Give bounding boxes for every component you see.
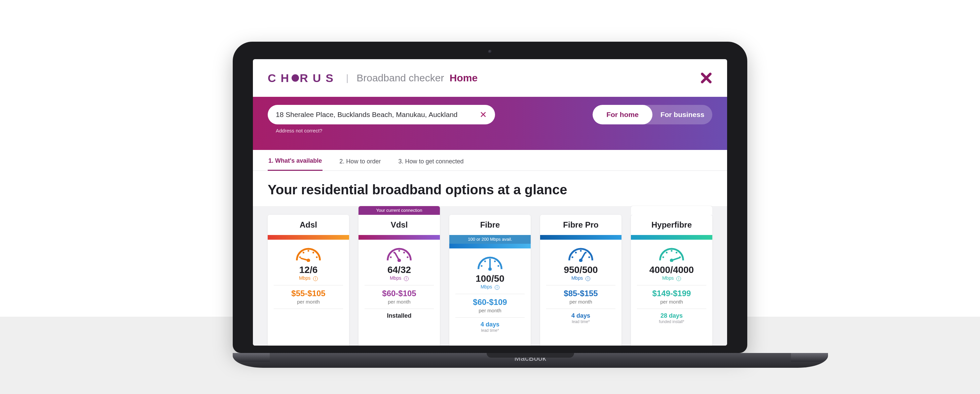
plan-price: $149-$199 bbox=[631, 285, 712, 298]
plan-price: $60-$109 bbox=[449, 294, 531, 307]
plan-card-adsl[interactable]: Adsl 12/6 bbox=[268, 215, 349, 346]
header-subtitle: Broadband checker Home bbox=[356, 72, 477, 84]
gauge-icon bbox=[268, 240, 349, 264]
header-subtitle-bold: Home bbox=[450, 72, 477, 83]
svg-point-11 bbox=[407, 256, 408, 258]
header-divider: | bbox=[346, 73, 348, 83]
plan-price-sub: per month bbox=[449, 307, 531, 317]
app-header: C H R U S | Broadband checker Home bbox=[253, 59, 727, 97]
info-icon[interactable]: i bbox=[676, 276, 681, 281]
plan-price-sub: per month bbox=[631, 298, 712, 308]
plan-speed: 12/6 bbox=[268, 265, 349, 275]
clear-address-icon[interactable]: ✕ bbox=[480, 110, 487, 120]
svg-point-17 bbox=[494, 261, 496, 262]
header-subtitle-plain: Broadband checker bbox=[356, 72, 444, 83]
plan-mbps: Mbps i bbox=[540, 275, 622, 285]
plan-lead-sub: lead time* bbox=[449, 328, 531, 333]
brand-letter: C bbox=[268, 71, 281, 85]
laptop-mockup: C H R U S | Broadband checker Home bbox=[233, 42, 747, 368]
gauge-icon bbox=[540, 240, 622, 264]
address-help-link[interactable]: Address not correct? bbox=[276, 128, 495, 133]
plan-lead: Installed bbox=[358, 309, 440, 319]
plan-lead: 4 days bbox=[449, 318, 531, 328]
brand-logo[interactable]: C H R U S bbox=[268, 71, 338, 85]
accent-bar bbox=[268, 235, 349, 240]
plan-price-sub: per month bbox=[268, 298, 349, 308]
address-input[interactable]: 18 Sheralee Place, Bucklands Beach, Manu… bbox=[268, 105, 495, 124]
svg-point-0 bbox=[299, 256, 301, 258]
brand-letter: R bbox=[300, 71, 313, 85]
plan-price: $60-$105 bbox=[358, 285, 440, 298]
plan-lead: 4 days bbox=[540, 309, 622, 319]
svg-point-20 bbox=[488, 267, 492, 271]
svg-point-29 bbox=[666, 252, 668, 254]
accent-bar bbox=[540, 235, 622, 240]
plan-mbps: Mbps i bbox=[631, 275, 712, 285]
close-icon[interactable] bbox=[700, 72, 712, 84]
plan-price-sub: per month bbox=[358, 298, 440, 308]
info-icon[interactable]: i bbox=[585, 276, 590, 281]
brand-letter: U bbox=[313, 71, 326, 85]
section-headline: Your residential broadband options at a … bbox=[253, 171, 727, 206]
svg-point-15 bbox=[484, 261, 486, 262]
svg-point-21 bbox=[571, 256, 573, 258]
webcam-dot bbox=[488, 50, 492, 54]
svg-point-6 bbox=[307, 259, 310, 262]
info-icon[interactable]: i bbox=[404, 276, 409, 281]
svg-point-28 bbox=[662, 256, 664, 258]
plan-mbps: Mbps i bbox=[268, 275, 349, 285]
gauge-icon bbox=[631, 240, 712, 264]
svg-point-30 bbox=[671, 250, 672, 252]
svg-point-14 bbox=[480, 265, 482, 267]
plan-mbps: Mbps i bbox=[449, 284, 531, 294]
plan-card-hyperfibre[interactable]: Coming soon Hyperfibre bbox=[631, 215, 712, 346]
svg-point-34 bbox=[670, 259, 673, 262]
svg-point-25 bbox=[588, 256, 590, 258]
gauge-icon bbox=[358, 240, 440, 264]
segment-business[interactable]: For business bbox=[652, 105, 712, 124]
tab-how-to-get-connected[interactable]: 3. How to get connected bbox=[398, 158, 464, 170]
plan-card-vdsl[interactable]: Your current connection Vdsl bbox=[358, 206, 440, 346]
plan-name: Adsl bbox=[268, 215, 349, 235]
plan-lead-sub: funded install* bbox=[631, 319, 712, 324]
plan-speed: 4000/4000 bbox=[631, 265, 712, 275]
plan-card-fibre[interactable]: Fibre 100 or 200 Mbps avail. bbox=[449, 215, 531, 346]
svg-point-4 bbox=[316, 256, 318, 258]
plan-speed: 64/32 bbox=[358, 265, 440, 275]
svg-point-2 bbox=[307, 250, 309, 252]
laptop-base: MacBook bbox=[233, 353, 828, 368]
svg-point-18 bbox=[497, 265, 499, 267]
svg-point-22 bbox=[575, 252, 577, 254]
svg-point-23 bbox=[580, 250, 581, 252]
badge-coming-soon[interactable]: Coming soon bbox=[631, 206, 712, 215]
svg-point-10 bbox=[403, 252, 405, 254]
plan-name: Fibre bbox=[449, 215, 531, 235]
tab-how-to-order[interactable]: 2. How to order bbox=[339, 158, 381, 170]
plan-price: $85-$155 bbox=[540, 285, 622, 298]
address-value: 18 Sheralee Place, Bucklands Beach, Manu… bbox=[276, 111, 458, 119]
plan-strip: Adsl 12/6 bbox=[253, 206, 727, 346]
svg-point-7 bbox=[390, 256, 391, 258]
svg-point-3 bbox=[312, 252, 314, 254]
segment-home[interactable]: For home bbox=[593, 105, 652, 124]
accent-bar bbox=[449, 244, 531, 248]
gauge-icon bbox=[449, 248, 531, 273]
svg-point-31 bbox=[676, 252, 677, 254]
plan-price: $55-$105 bbox=[268, 285, 349, 298]
plan-speed: 100/50 bbox=[449, 273, 531, 284]
svg-point-1 bbox=[303, 252, 304, 254]
plan-name: Hyperfibre bbox=[631, 215, 712, 235]
search-bar: 18 Sheralee Place, Bucklands Beach, Manu… bbox=[253, 97, 727, 150]
brand-letter: S bbox=[326, 71, 338, 85]
plan-card-fibre-pro[interactable]: Fibre Pro 950/500 bbox=[540, 215, 622, 346]
brand-dot-icon bbox=[291, 74, 299, 82]
plan-lead: 28 days bbox=[631, 309, 712, 319]
plan-sub-pill: 100 or 200 Mbps avail. bbox=[449, 235, 531, 244]
info-icon[interactable]: i bbox=[313, 276, 318, 281]
accent-bar bbox=[358, 235, 440, 240]
info-icon[interactable]: i bbox=[495, 285, 500, 290]
audience-toggle: For home For business bbox=[593, 105, 712, 124]
plan-lead-sub: lead time* bbox=[540, 319, 622, 324]
tab-whats-available[interactable]: 1. What's available bbox=[268, 157, 323, 171]
badge-current-connection: Your current connection bbox=[358, 206, 440, 215]
